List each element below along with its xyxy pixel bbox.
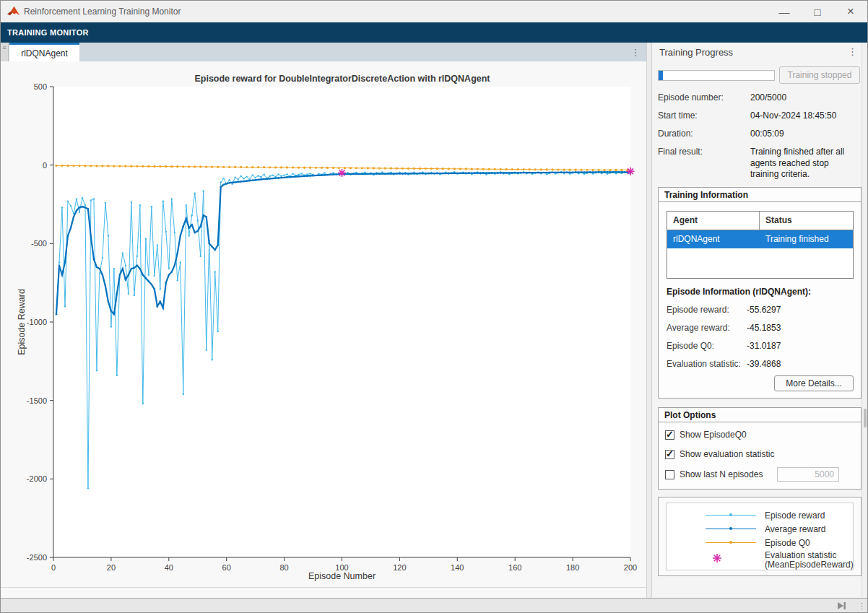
kebab-menu-icon: ⋮ (631, 48, 641, 57)
tab-options-button[interactable]: ⋮ (626, 43, 645, 61)
skip-to-end-icon[interactable] (836, 601, 847, 611)
minimize-button[interactable]: — (768, 1, 801, 22)
marker (598, 171, 599, 173)
marker (364, 173, 365, 175)
marker (153, 165, 155, 168)
marker (231, 182, 233, 183)
marker (214, 249, 216, 251)
marker (280, 175, 282, 177)
panel-scrollbar[interactable] (862, 43, 868, 598)
marker (592, 171, 594, 173)
maximize-icon: □ (814, 6, 820, 18)
marker (200, 225, 201, 227)
marker (298, 175, 299, 177)
marker (436, 173, 438, 174)
marker (494, 168, 496, 170)
marker (108, 235, 109, 236)
marker (107, 165, 109, 167)
marker (197, 220, 199, 222)
marker (517, 168, 519, 170)
marker (367, 167, 369, 169)
marker (413, 168, 415, 170)
marker (237, 181, 238, 183)
tab-rldqnagent[interactable]: rlDQNAgent (9, 43, 79, 61)
start-time-value: 04-Nov-2024 18:45:50 (750, 110, 836, 121)
doc-tab-label: rlDQNAgent (21, 48, 68, 58)
marker (131, 201, 132, 203)
tab-gutter[interactable]: ≡ (1, 43, 9, 61)
panel-menu-button[interactable]: ⋮ (848, 47, 857, 56)
marker (70, 227, 71, 228)
marker (234, 166, 236, 168)
marker (134, 267, 135, 269)
marker (148, 274, 149, 276)
table-header-row: Agent Status (667, 212, 853, 230)
marker (130, 165, 132, 168)
marker (237, 178, 238, 180)
marker (300, 173, 302, 174)
marker (326, 167, 329, 169)
close-button[interactable]: × (834, 1, 867, 22)
scrollbar-thumb[interactable] (864, 409, 867, 427)
marker (203, 214, 204, 216)
marker (280, 177, 282, 178)
marker (485, 174, 487, 175)
marker (500, 172, 501, 173)
marker (529, 168, 531, 170)
marker (260, 178, 261, 180)
y-tick-label: -1500 (27, 396, 47, 405)
marker (125, 265, 126, 266)
marker (505, 172, 507, 173)
marker (64, 261, 66, 263)
tab-training-monitor[interactable]: TRAINING MONITOR (7, 28, 89, 37)
duration-value: 00:05:09 (750, 129, 784, 139)
table-row[interactable]: rlDQNAgent Training finished (667, 230, 853, 248)
more-details-button[interactable]: More Details... (774, 375, 854, 391)
marker (183, 225, 184, 227)
y-tick-label: 0 (43, 161, 47, 170)
marker (439, 173, 440, 174)
marker (263, 166, 265, 168)
marker (338, 167, 340, 169)
marker (128, 293, 129, 295)
marker (136, 256, 138, 257)
marker (465, 168, 467, 170)
marker (257, 166, 259, 168)
marker (396, 173, 397, 174)
y-axis-label: Episode Reward (17, 289, 27, 355)
marker (324, 172, 325, 173)
marker (212, 359, 213, 360)
training-progress-bar (658, 70, 775, 81)
marker (142, 403, 144, 404)
marker (618, 171, 620, 173)
evaluation-statistic-legend-label2: (MeanEpisodeReward) (765, 560, 854, 570)
average-reward-legend-label: Average reward (765, 524, 826, 534)
marker (82, 206, 83, 207)
marker (603, 169, 605, 171)
maximize-button[interactable]: □ (801, 1, 834, 22)
app-window: Reinforcement Learning Training Monitor … (0, 0, 868, 613)
marker (99, 268, 100, 269)
last-n-episodes-input[interactable] (777, 467, 839, 482)
marker (332, 174, 334, 175)
panel-divider[interactable] (646, 43, 652, 598)
marker (119, 274, 121, 276)
marker (254, 177, 256, 178)
marker (78, 165, 80, 167)
marker (136, 265, 138, 266)
marker (248, 180, 250, 181)
marker (209, 243, 210, 244)
marker (162, 307, 164, 308)
marker (620, 169, 622, 171)
episode-reward-label: Episode reward: (667, 305, 729, 315)
show-last-n-episodes-checkbox[interactable] (665, 470, 674, 479)
marker (491, 172, 492, 173)
show-evaluation-statistic-checkbox[interactable] (665, 450, 674, 459)
marker (546, 172, 547, 173)
episode-reward-value: -55.6297 (747, 305, 781, 315)
show-episodeq0-checkbox[interactable] (665, 430, 674, 440)
marker (151, 206, 152, 207)
marker (93, 258, 95, 260)
marker (485, 172, 487, 173)
training-stopped-button[interactable]: Training stopped (779, 66, 860, 84)
